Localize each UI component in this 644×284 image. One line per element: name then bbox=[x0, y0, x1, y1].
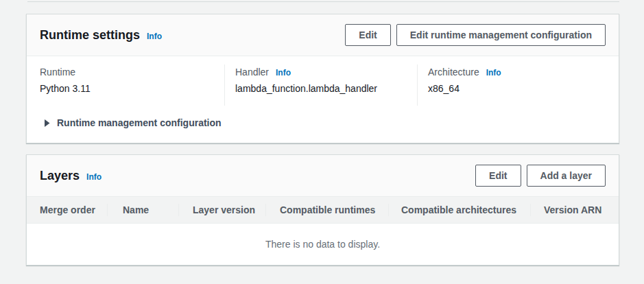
runtime-settings-header: Runtime settings Info Edit Edit runtime … bbox=[27, 14, 619, 56]
layers-info-link[interactable]: Info bbox=[86, 173, 102, 181]
runtime-settings-title: Runtime settings bbox=[40, 27, 140, 43]
runtime-settings-card: Runtime settings Info Edit Edit runtime … bbox=[26, 14, 619, 143]
column-header-name: Name bbox=[108, 204, 178, 215]
handler-value: lambda_function.lambda_handler bbox=[235, 82, 417, 95]
runtime-management-configuration-expander[interactable]: Runtime management configuration bbox=[44, 117, 222, 129]
column-header-version-arn: Version ARN bbox=[531, 204, 606, 215]
runtime-field: Runtime Python 3.11 bbox=[40, 64, 224, 106]
function-configuration-panel: Runtime settings Info Edit Edit runtime … bbox=[26, 14, 619, 276]
add-layer-button[interactable]: Add a layer bbox=[527, 165, 606, 187]
top-divider bbox=[27, 1, 619, 2]
handler-field: Handler Info lambda_function.lambda_hand… bbox=[224, 64, 417, 106]
expand-caret-icon bbox=[44, 119, 50, 127]
layers-title: Layers bbox=[40, 168, 80, 183]
runtime-label: Runtime bbox=[40, 66, 75, 78]
runtime-value: Python 3.11 bbox=[40, 82, 224, 95]
column-header-compatible-runtimes: Compatible runtimes bbox=[266, 204, 388, 215]
architecture-label: Architecture bbox=[428, 66, 479, 78]
edit-runtime-management-configuration-button[interactable]: Edit runtime management configuration bbox=[396, 24, 606, 46]
layers-header: Layers Info Edit Add a layer bbox=[27, 155, 619, 197]
architecture-info-link[interactable]: Info bbox=[486, 69, 501, 77]
runtime-management-configuration-label: Runtime management configuration bbox=[57, 117, 222, 129]
runtime-settings-title-group: Runtime settings Info bbox=[40, 27, 162, 43]
architecture-value: x86_64 bbox=[428, 82, 606, 95]
layers-table-empty-row: There is no data to display. bbox=[27, 224, 619, 265]
column-header-layer-version: Layer version bbox=[179, 204, 265, 215]
empty-state-message: There is no data to display. bbox=[265, 239, 380, 250]
layers-actions: Edit Add a layer bbox=[475, 165, 606, 187]
handler-label: Handler bbox=[235, 66, 269, 78]
handler-info-link[interactable]: Info bbox=[276, 69, 291, 77]
architecture-field: Architecture Info x86_64 bbox=[417, 64, 606, 106]
column-header-compatible-architectures: Compatible architectures bbox=[389, 204, 530, 215]
layers-title-group: Layers Info bbox=[40, 168, 102, 183]
layers-table-header: Merge order Name Layer version Compatibl… bbox=[27, 197, 619, 224]
layers-card: Layers Info Edit Add a layer Merge order… bbox=[26, 154, 619, 265]
edit-runtime-settings-button[interactable]: Edit bbox=[345, 24, 390, 46]
runtime-settings-body: Runtime Python 3.11 Handler Info lambda_… bbox=[27, 56, 619, 143]
column-header-merge-order: Merge order bbox=[40, 204, 107, 215]
runtime-settings-info-link[interactable]: Info bbox=[147, 32, 162, 40]
runtime-settings-actions: Edit Edit runtime management configurati… bbox=[345, 24, 606, 46]
runtime-settings-fields: Runtime Python 3.11 Handler Info lambda_… bbox=[40, 64, 606, 106]
edit-layers-button[interactable]: Edit bbox=[475, 165, 521, 187]
